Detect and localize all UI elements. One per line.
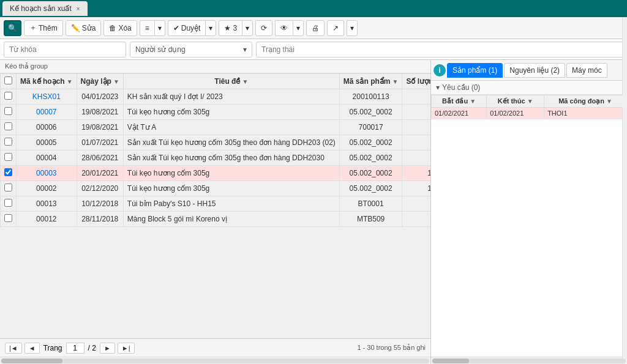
select-all-checkbox[interactable] <box>1 74 17 89</box>
row-id[interactable]: 00012 <box>17 212 77 227</box>
share-button[interactable]: ↗ <box>327 20 344 36</box>
menu-icon: ≡ <box>145 24 149 32</box>
table-row[interactable]: 00005 01/07/2021 Sản xuất Túi kẹo hương … <box>1 135 431 150</box>
col-ngay-lap[interactable]: Ngày lập▼ <box>77 74 123 89</box>
col-bat-dau[interactable]: Bắt đầu▼ <box>432 95 487 108</box>
status-input[interactable] <box>256 42 623 58</box>
menu-button[interactable]: ≡ <box>140 20 154 36</box>
data-table[interactable]: Mã kế hoạch▼ Ngày lập▼ Tiêu đề▼ Mã sản p… <box>0 73 430 338</box>
tab-may-moc[interactable]: Máy móc <box>566 63 607 78</box>
row-id[interactable]: 00005 <box>17 135 77 150</box>
row-checkbox[interactable] <box>1 120 17 135</box>
right-table-row[interactable]: 01/02/2021 01/02/2021 THOI1 <box>432 108 627 119</box>
filter-icon-r3[interactable]: ▼ <box>606 98 612 105</box>
table-row[interactable]: 00006 19/08/2021 Vật Tư A 700017 100,0 <box>1 120 431 135</box>
refresh-button[interactable]: ⟳ <box>255 20 272 36</box>
table-row[interactable]: 00012 28/11/2018 Màng Block 5 gói mì Kor… <box>1 212 431 227</box>
row-checkbox[interactable] <box>1 181 17 196</box>
page-label: Trang <box>43 344 62 352</box>
horizontal-scrollbar[interactable] <box>0 357 430 364</box>
row-qty: 10.000,0 <box>402 181 430 196</box>
approve-dropdown-button[interactable]: ▾ <box>205 20 216 36</box>
last-page-button[interactable]: ►| <box>118 343 135 354</box>
row-checkbox[interactable] <box>1 135 17 150</box>
star-dropdown-button[interactable]: ▾ <box>242 20 253 36</box>
col-so-luong[interactable]: Số lượng kh▼ <box>402 74 430 89</box>
filter-icon-3[interactable]: ▼ <box>242 78 248 85</box>
row-id[interactable]: 00003 <box>17 166 77 181</box>
row-title: Vật Tư A <box>123 120 339 135</box>
filter-icon-2[interactable]: ▼ <box>113 78 119 85</box>
yeu-cau-header[interactable]: ▾ Yêu cầu (0) <box>431 81 627 95</box>
first-page-button[interactable]: |◄ <box>5 343 22 354</box>
user-select[interactable]: Người sử dụng ▾ <box>130 42 252 58</box>
print-icon: 🖨 <box>312 24 319 32</box>
row-checkbox[interactable] <box>1 150 17 166</box>
row-id[interactable]: 00002 <box>17 181 77 196</box>
user-dropdown-icon: ▾ <box>243 45 247 54</box>
col-ma-san-pham[interactable]: Mã sản phẩm▼ <box>339 74 402 89</box>
filter-icon-r1[interactable]: ▼ <box>470 98 476 105</box>
table-row[interactable]: KHSX01 04/01/2023 KH sản xuất quý I đợt … <box>1 89 431 105</box>
tab-close-icon[interactable]: × <box>77 6 80 12</box>
row-title: Túi kẹo hương cốm 305g <box>123 166 339 181</box>
col-ket-thuc[interactable]: Kết thúc▼ <box>487 95 544 108</box>
refresh-icon: ⟳ <box>261 24 267 32</box>
table-row[interactable]: 00007 19/08/2021 Túi kẹo hương cốm 305g … <box>1 105 431 120</box>
row-checkbox[interactable] <box>1 212 17 227</box>
right-panel-scrollbar[interactable] <box>622 81 627 357</box>
row-date: 19/08/2021 <box>77 120 123 135</box>
row-checkbox[interactable] <box>1 89 17 105</box>
row-checkbox[interactable] <box>1 196 17 212</box>
tab-nguyen-lieu[interactable]: Nguyên liệu (2) <box>504 63 565 78</box>
right-table-header: Bắt đầu▼ Kết thúc▼ Mã công đoạn▼ <box>432 95 627 108</box>
row-product-code: 05.002_0002 <box>339 150 402 166</box>
prev-page-button[interactable]: ◄ <box>24 343 40 354</box>
col-ma-cong-doan[interactable]: Mã công đoạn▼ <box>544 95 627 108</box>
row-qty: 3.900,0 <box>402 196 430 212</box>
row-checkbox[interactable] <box>1 105 17 120</box>
group-drag-header[interactable]: Kéo thả group <box>0 60 430 73</box>
edit-button[interactable]: ✏️ Sửa <box>66 20 102 36</box>
right-horiz-scrollbar[interactable] <box>431 357 627 364</box>
eye-button[interactable]: 👁 <box>275 20 293 36</box>
row-id[interactable]: 00007 <box>17 105 77 120</box>
menu-dropdown-button[interactable]: ▾ <box>154 20 165 36</box>
row-product-code: BT0001 <box>339 196 402 212</box>
col-ma-ke-hoach[interactable]: Mã kế hoạch▼ <box>17 74 77 89</box>
row-id[interactable]: 00004 <box>17 150 77 166</box>
approve-button[interactable]: ✔ Duyệt <box>168 20 206 36</box>
filter-icon-4[interactable]: ▼ <box>392 78 398 85</box>
star-button[interactable]: ★ 3 <box>219 20 242 36</box>
keyword-input[interactable] <box>4 42 126 58</box>
tab-san-pham[interactable]: Sản phẩm (1) <box>447 63 503 78</box>
row-id[interactable]: KHSX01 <box>17 89 77 105</box>
tab-ke-hoach-san-xuat[interactable]: Kế hoạch sản xuất × <box>2 1 88 16</box>
print-button[interactable]: 🖨 <box>306 20 325 36</box>
next-page-button[interactable]: ► <box>100 343 115 354</box>
row-product-code: MTB509 <box>339 212 402 227</box>
row-id[interactable]: 00006 <box>17 120 77 135</box>
filter-icon-1[interactable]: ▼ <box>67 78 73 85</box>
delete-button[interactable]: 🗑 Xóa <box>103 20 137 36</box>
search-toggle-button[interactable]: 🔍 <box>4 20 21 36</box>
col-tieu-de[interactable]: Tiêu đề▼ <box>123 74 339 89</box>
page-number-input[interactable] <box>66 343 84 354</box>
right-sub-table[interactable]: Bắt đầu▼ Kết thúc▼ Mã công đoạn▼ 01/02/2… <box>431 95 627 357</box>
table-row[interactable]: 00003 20/01/2021 Túi kẹo hương cốm 305g … <box>1 166 431 181</box>
more-button[interactable]: ▾ <box>347 20 358 36</box>
table-row[interactable]: 00004 28/06/2021 Sản xuất Túi kẹo hương … <box>1 150 431 166</box>
row-checkbox[interactable] <box>1 166 17 181</box>
add-button[interactable]: ＋ Thêm <box>24 20 63 36</box>
row-product-code: 200100113 <box>339 89 402 105</box>
filter-icon-r2[interactable]: ▼ <box>527 98 533 105</box>
row-id[interactable]: 00013 <box>17 196 77 212</box>
table-row[interactable]: 00013 10/12/2018 Túi bỉm Paby's S10 - HH… <box>1 196 431 212</box>
right-scroll-thumb[interactable] <box>432 358 469 363</box>
info-icon[interactable]: i <box>434 64 446 76</box>
eye-dropdown-button[interactable]: ▾ <box>293 20 304 36</box>
scroll-thumb[interactable] <box>1 358 62 363</box>
page-info: 1 - 30 trong 55 bản ghi <box>357 344 426 352</box>
delete-btn-group: 🗑 Xóa <box>103 20 137 36</box>
table-row[interactable]: 00002 02/12/2020 Túi kẹo hương cốm 305g … <box>1 181 431 196</box>
